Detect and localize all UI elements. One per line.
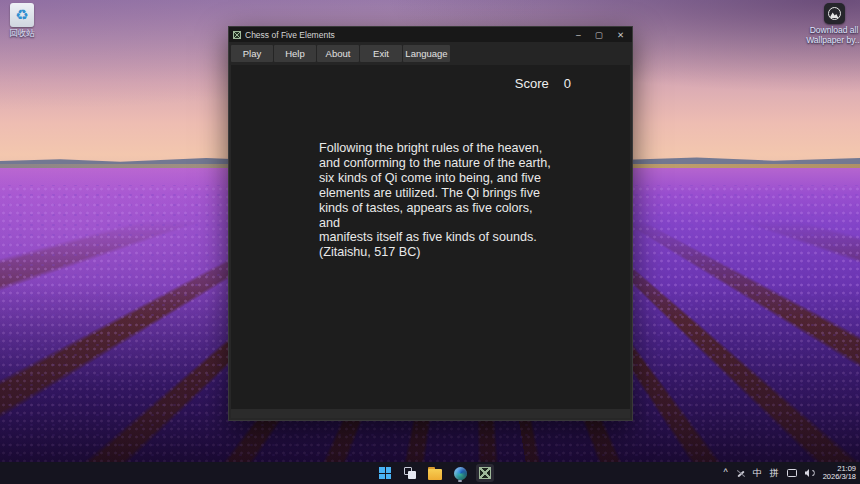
task-view-button[interactable] [401, 464, 419, 482]
folder-icon [428, 469, 442, 480]
language-button[interactable]: Language [403, 45, 450, 62]
edge-icon [454, 467, 467, 480]
maximize-button[interactable]: ▢ [595, 30, 603, 40]
ime-language-indicator[interactable]: 中 [753, 467, 762, 480]
window-bottom-strip [231, 409, 630, 418]
app-window: Chess of Five Elements – ▢ ✕ Play Help A… [228, 26, 633, 421]
start-button[interactable] [376, 464, 394, 482]
wallpaper-credit-shortcut[interactable]: Download all Wallpaper by... [806, 3, 860, 45]
hidden-icons-chevron[interactable]: ^ [723, 467, 727, 477]
ime-mode-indicator[interactable]: 拼 [770, 467, 779, 480]
recycle-glyph: ♻ [15, 6, 28, 24]
app-window-icon [233, 31, 241, 39]
five-elements-app-icon [479, 467, 491, 479]
score-label: Score [515, 76, 549, 91]
intro-line: kinds of tastes, appears as five colors,… [319, 201, 551, 231]
intro-line: elements are utilized. The Qi brings fiv… [319, 186, 551, 201]
score-value: 0 [564, 76, 571, 91]
intro-line: and conforming to the nature of the eart… [319, 156, 551, 171]
menu-bar: Play Help About Exit Language [229, 42, 632, 65]
mountain-glyph-icon [830, 12, 839, 18]
taskbar-clock[interactable]: 21:09 2026/3/18 [823, 465, 856, 482]
intro-line: manifests itself as five kinds of sounds… [319, 230, 551, 245]
wallpaper-credit-label-1: Download all [810, 25, 859, 35]
taskbar-tray: ^ 中 拼 21:09 2026/3/18 [723, 462, 856, 484]
taskbar: ^ 中 拼 21:09 2026/3/18 [0, 462, 860, 484]
recycle-bin-shortcut[interactable]: ♻ 回收站 [0, 3, 50, 38]
edge-browser-button[interactable] [451, 464, 469, 482]
task-view-icon [404, 467, 416, 479]
file-explorer-button[interactable] [426, 464, 444, 482]
close-button[interactable]: ✕ [617, 30, 624, 40]
intro-line: (Zitaishu, 517 BC) [319, 245, 551, 260]
display-icon[interactable] [787, 469, 797, 477]
play-button[interactable]: Play [231, 45, 273, 62]
five-elements-app-button[interactable] [476, 464, 494, 482]
intro-line: six kinds of Qi come into being, and fiv… [319, 171, 551, 186]
exit-button[interactable]: Exit [360, 45, 402, 62]
recycle-bin-icon: ♻ [10, 3, 34, 27]
wallpaper-credit-label-2: Wallpaper by... [806, 35, 860, 45]
image-circle-icon [828, 7, 841, 20]
edge-running-indicator [458, 480, 462, 482]
pen-input-icon[interactable] [736, 469, 745, 478]
game-content-area: Score 0 Following the bright rules of th… [231, 65, 630, 409]
intro-text: Following the bright rules of the heaven… [319, 141, 551, 260]
title-bar[interactable]: Chess of Five Elements – ▢ ✕ [229, 27, 632, 42]
wallpaper-app-icon [824, 3, 845, 24]
minimize-button[interactable]: – [576, 30, 581, 40]
score-display: Score 0 [515, 76, 571, 91]
help-button[interactable]: Help [274, 45, 316, 62]
windows-logo-icon [379, 467, 391, 479]
recycle-bin-label: 回收站 [9, 28, 35, 38]
about-button[interactable]: About [317, 45, 359, 62]
speaker-icon[interactable] [805, 469, 815, 478]
window-title: Chess of Five Elements [245, 30, 576, 40]
intro-line: Following the bright rules of the heaven… [319, 141, 551, 156]
taskbar-center [376, 462, 494, 484]
clock-date: 2026/3/18 [823, 473, 856, 482]
